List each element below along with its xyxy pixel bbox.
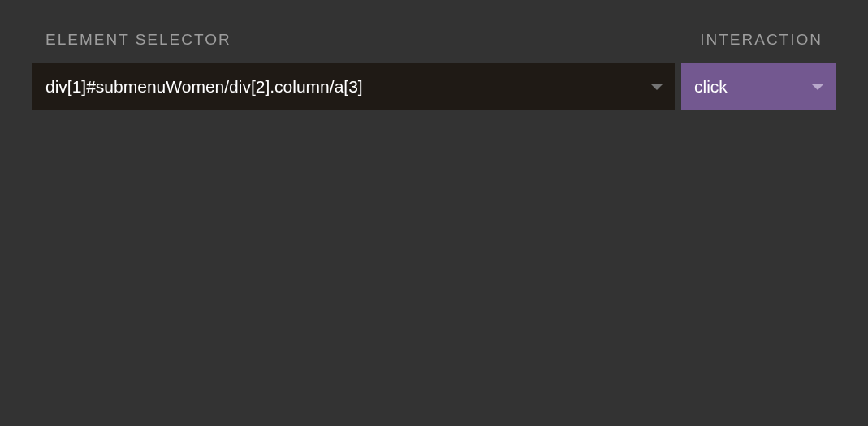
labels-row: ELEMENT SELECTOR INTERACTION [32, 31, 836, 49]
panel-container: ELEMENT SELECTOR INTERACTION div[1]#subm… [0, 0, 868, 110]
element-selector-dropdown[interactable]: div[1]#submenuWomen/div[2].column/a[3] [32, 63, 675, 110]
element-selector-value: div[1]#submenuWomen/div[2].column/a[3] [45, 77, 363, 97]
chevron-down-icon [811, 84, 824, 90]
interaction-label: INTERACTION [700, 31, 823, 49]
fields-row: div[1]#submenuWomen/div[2].column/a[3] c… [32, 63, 836, 110]
interaction-dropdown[interactable]: click [681, 63, 836, 110]
element-selector-label: ELEMENT SELECTOR [45, 31, 231, 49]
chevron-down-icon [650, 84, 663, 90]
interaction-value: click [694, 77, 728, 97]
